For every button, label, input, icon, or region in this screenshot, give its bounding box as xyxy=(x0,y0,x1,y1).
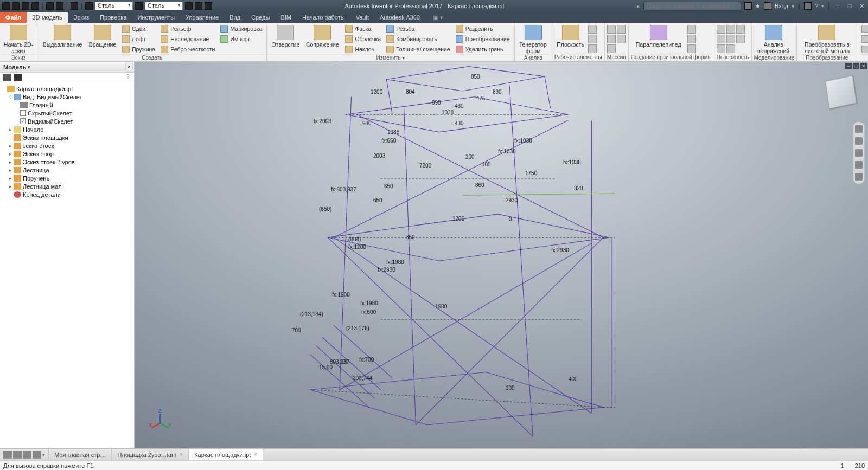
maximize-button[interactable]: □ xyxy=(845,2,854,10)
signin-label[interactable]: Вход xyxy=(775,3,788,9)
tab-tools[interactable]: Инструменты xyxy=(132,12,180,23)
derive-button[interactable]: Наследование xyxy=(158,34,217,44)
qat-save-icon[interactable] xyxy=(31,2,39,10)
revolve-button[interactable]: Вращение xyxy=(86,24,119,48)
split-button[interactable]: Разделить xyxy=(454,24,512,34)
mirror-icon[interactable] xyxy=(607,44,616,53)
tree-sketch-2[interactable]: ▸Эскиз опор xyxy=(1,150,133,158)
tab-manage[interactable]: Управление xyxy=(180,12,224,23)
surf6-icon[interactable] xyxy=(726,44,735,53)
tree-viewrep[interactable]: ▿Вид: ВидимыйСкелет xyxy=(1,93,133,101)
tree-origin[interactable]: ▸Начало xyxy=(1,125,133,133)
qat-plus-icon[interactable] xyxy=(205,2,212,10)
layout3-icon[interactable] xyxy=(23,451,31,459)
qat-undo-icon[interactable] xyxy=(46,2,54,10)
browser-header[interactable]: Модель▾ xyxy=(0,62,134,73)
tab-extras[interactable]: ▣ ▾ xyxy=(427,12,449,23)
ucs-icon[interactable] xyxy=(588,44,597,53)
plane-button[interactable]: Плоскость xyxy=(554,24,587,48)
material-combo-1[interactable]: Сталь xyxy=(95,2,133,10)
deleteface-button[interactable]: Удалить грань xyxy=(454,44,512,54)
pattern2-icon[interactable] xyxy=(617,35,626,43)
rect-pattern-icon[interactable] xyxy=(607,25,616,34)
tree-sketch-4[interactable]: ▸Лестница xyxy=(1,166,133,174)
qat-new-icon[interactable] xyxy=(12,2,20,10)
tab-sketch[interactable]: Эскиз xyxy=(68,12,94,23)
circ-pattern-icon[interactable] xyxy=(607,35,616,43)
thread-button[interactable]: Резьба xyxy=(384,24,452,34)
doc-tab-home[interactable]: Моя главная стр… xyxy=(49,449,112,460)
chamfer-button[interactable]: Фаска xyxy=(343,24,383,34)
qat-home-icon[interactable] xyxy=(71,2,78,10)
surf2-icon[interactable] xyxy=(717,35,725,43)
shell-button[interactable]: Оболочка xyxy=(343,34,383,44)
search-icon[interactable] xyxy=(744,2,752,10)
thicken-button[interactable]: Толщина/ смещение xyxy=(384,44,452,54)
qat-color-icon[interactable] xyxy=(135,2,143,10)
align-sketch-button[interactable]: Align Sketch xyxy=(859,44,868,54)
tree-root[interactable]: Каркас площадки.ipt xyxy=(1,85,133,93)
sketch-pattern-icon[interactable] xyxy=(617,25,626,34)
decal-button[interactable]: Маркировка xyxy=(218,24,264,34)
tab-a360[interactable]: Autodesk A360 xyxy=(374,12,425,23)
surf3-icon[interactable] xyxy=(717,44,725,53)
draft-button[interactable]: Наклон xyxy=(343,44,383,54)
movebody-button[interactable]: Преобразование xyxy=(454,34,512,44)
browser-close-button[interactable]: × xyxy=(125,63,133,70)
rib-button[interactable]: Ребро жесткости xyxy=(158,44,217,54)
graphics-canvas[interactable]: – □ ✕ xyxy=(135,62,868,448)
material-combo-2[interactable]: Сталь xyxy=(145,2,183,10)
browser-help-icon[interactable]: ? xyxy=(124,74,132,81)
surf7-icon[interactable] xyxy=(736,25,745,34)
freeform2-icon[interactable] xyxy=(687,35,696,43)
qat-fx-icon[interactable] xyxy=(195,2,202,10)
hole-button[interactable]: Отверстие xyxy=(269,24,302,48)
qat-appearance-icon[interactable] xyxy=(85,2,93,10)
coil-button[interactable]: Пружина xyxy=(120,44,157,54)
surf8-icon[interactable] xyxy=(736,35,745,43)
user-icon[interactable] xyxy=(764,2,771,10)
exchange-icon[interactable] xyxy=(804,2,812,10)
freeform3-icon[interactable] xyxy=(687,44,696,53)
tab-close-icon[interactable]: × xyxy=(180,452,183,458)
surf4-icon[interactable] xyxy=(726,25,735,34)
doc-tab-part[interactable]: Каркас площадки.ipt× xyxy=(189,449,263,460)
tab-bim[interactable]: BIM xyxy=(275,12,297,23)
tree-end[interactable]: Конец детали xyxy=(1,190,133,198)
minimize-button[interactable]: – xyxy=(833,2,842,10)
tab-getstarted[interactable]: Начало работы xyxy=(297,12,350,23)
axis-icon[interactable] xyxy=(588,25,597,34)
fillet-button[interactable]: Сопряжение xyxy=(303,24,342,48)
qat-measure-icon[interactable] xyxy=(185,2,193,10)
tree-sketch-0[interactable]: Эскиз площадки xyxy=(1,133,133,141)
tab-view[interactable]: Вид xyxy=(224,12,246,23)
tree-sketch-6[interactable]: ▸Лестница мал xyxy=(1,182,133,190)
extrude-button[interactable]: Выдавливание xyxy=(40,24,85,48)
emboss-button[interactable]: Рельеф xyxy=(158,24,217,34)
tab-vault[interactable]: Vault xyxy=(350,12,374,23)
stress-analysis-button[interactable]: Анализ напряжений xyxy=(754,24,793,54)
tree-sketch-5[interactable]: ▸Поручень xyxy=(1,174,133,182)
loft-button[interactable]: Лофт xyxy=(120,34,157,44)
qat-redo-icon[interactable] xyxy=(56,2,63,10)
tree-visible-skel[interactable]: ВидимыйСкелет xyxy=(1,117,133,125)
import-button[interactable]: Импорт xyxy=(218,34,264,44)
layout1-icon[interactable] xyxy=(3,451,12,459)
find-icon[interactable] xyxy=(14,74,22,81)
point-icon[interactable] xyxy=(588,35,597,43)
tab-inspect[interactable]: Проверка xyxy=(94,12,132,23)
tab-close-icon[interactable]: × xyxy=(254,452,257,458)
sweep-button[interactable]: Сдвиг xyxy=(120,24,157,34)
layout4-icon[interactable] xyxy=(33,451,41,459)
freeform1-icon[interactable] xyxy=(687,25,696,34)
start-2d-sketch-button[interactable]: Начать 2D-эскиз xyxy=(2,24,35,54)
help-search-input[interactable] xyxy=(643,2,741,10)
base-view-button[interactable]: Base View xyxy=(859,24,868,34)
tree-main[interactable]: Главный xyxy=(1,101,133,109)
combine-button[interactable]: Комбинировать xyxy=(384,34,452,44)
surf5-icon[interactable] xyxy=(726,35,735,43)
freeform-box-button[interactable]: Параллелепипед xyxy=(631,24,686,48)
tab-file[interactable]: Файл xyxy=(0,12,27,23)
layout2-icon[interactable] xyxy=(13,451,22,459)
shape-generator-button[interactable]: Генератор форм xyxy=(517,24,550,54)
